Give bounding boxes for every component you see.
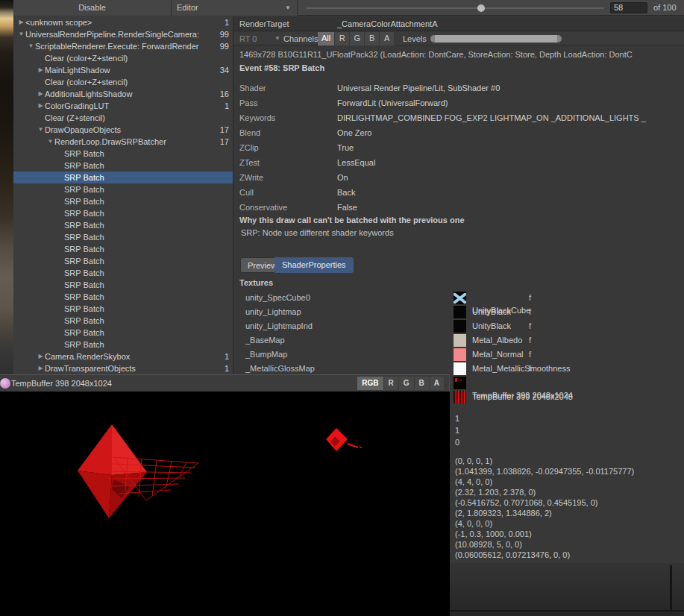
divider: [450, 610, 684, 612]
preview-channel-button-r[interactable]: R: [384, 377, 399, 390]
tree-row[interactable]: SRP Batch: [13, 183, 233, 195]
editor-background-area: [450, 563, 684, 616]
channel-button-b[interactable]: B: [365, 32, 380, 45]
chevron-right-icon[interactable]: ▶: [37, 100, 45, 112]
tree-row[interactable]: SRP Batch: [13, 219, 233, 231]
texture-property-name: _BumpMap: [245, 348, 287, 362]
levels-slider[interactable]: [430, 35, 562, 43]
tree-row[interactable]: ▶Camera.RenderSkybox1: [13, 351, 233, 362]
detail-label: Cull: [239, 185, 254, 200]
chevron-down-icon[interactable]: ▼: [37, 124, 45, 136]
texture-swatch-normal: [454, 348, 466, 361]
chevron-right-icon[interactable]: ▶: [17, 16, 25, 28]
tree-row[interactable]: ▶MainLightShadow34: [13, 64, 233, 76]
texture-swatch-white: [454, 362, 466, 375]
tree-row[interactable]: SRP Batch: [13, 339, 233, 351]
tree-row[interactable]: Clear (Z+stencil): [13, 112, 233, 124]
tree-row[interactable]: SRP Batch: [13, 327, 233, 339]
chevron-right-icon[interactable]: ▶: [37, 88, 45, 100]
texture-swatch-albedo: [454, 334, 466, 347]
tree-row[interactable]: ▼UniversalRenderPipeline.RenderSingleCam…: [13, 28, 233, 40]
textures-section-title: Textures: [239, 278, 273, 287]
texture-row[interactable]: unity_LightmapfUnityBlack: [233, 305, 684, 319]
tree-row[interactable]: SRP Batch: [13, 160, 233, 172]
tree-row[interactable]: SRP Batch: [13, 255, 233, 267]
tree-row-label: SRP Batch: [64, 257, 104, 265]
batching-reason-text: SRP: Node use different shader keywords: [241, 228, 394, 237]
chevron-down-icon[interactable]: ▼: [17, 28, 25, 40]
tree-row-selected[interactable]: SRP Batch: [13, 172, 233, 183]
texture-row[interactable]: _BumpMapfMetal_Normal: [233, 348, 684, 362]
channel-button-all[interactable]: All: [318, 32, 335, 45]
tree-row[interactable]: SRP Batch: [13, 291, 233, 303]
tree-row[interactable]: SRP Batch: [13, 231, 233, 243]
event-title: Event #58: SRP Batch: [239, 63, 324, 72]
detail-row-pass: PassForwardLit (UniversalForward): [233, 95, 684, 110]
tree-row-label: Clear (color+Z+stencil): [45, 54, 128, 63]
chevron-down-icon[interactable]: ▼: [27, 40, 35, 52]
tree-row-label: SRP Batch: [64, 245, 104, 254]
tree-row[interactable]: SRP Batch: [13, 207, 233, 219]
tree-row-count: 1: [225, 16, 229, 28]
tree-row-label: DrawTransparentObjects: [45, 364, 136, 373]
float-value: 1: [455, 412, 459, 424]
texture-swatch-black: [454, 306, 466, 318]
chevron-right-icon[interactable]: ▶: [37, 351, 45, 362]
tree-row-label: AdditionalLightsShadow: [45, 89, 132, 98]
frame-slider[interactable]: [306, 7, 604, 9]
tree-row-label: SRP Batch: [64, 161, 104, 170]
vector-value: (1.041399, 1.038826, -0.02947355, -0.011…: [455, 466, 634, 477]
tree-row[interactable]: ▶DrawTransparentObjects1: [13, 362, 233, 374]
chevron-right-icon[interactable]: ▶: [37, 64, 45, 76]
preview-channel-button-g[interactable]: G: [399, 377, 415, 390]
tree-row[interactable]: Clear (color+Z+stencil): [13, 52, 233, 64]
vector-value: (-0.5416752, 0.7071068, 0.4545195, 0): [455, 497, 634, 508]
tree-row[interactable]: ▼DrawOpaqueObjects17: [13, 124, 233, 136]
preview-canvas[interactable]: [0, 392, 450, 616]
tree-row[interactable]: SRP Batch: [13, 195, 233, 207]
texture-row[interactable]: _BaseMapfMetal_Albedo: [233, 333, 684, 348]
preview-channel-button-rgb[interactable]: RGB: [357, 377, 383, 390]
preview-channel-button-a[interactable]: A: [430, 377, 445, 390]
tree-row[interactable]: SRP Batch: [13, 267, 233, 279]
tree-row[interactable]: SRP Batch: [13, 303, 233, 315]
disable-button[interactable]: Disable: [13, 0, 172, 16]
detail-value: On: [337, 170, 682, 185]
target-dropdown[interactable]: Editor ▼: [172, 0, 298, 16]
texture-row[interactable]: unity_SpecCube0fUnityBlackCube: [233, 291, 684, 305]
channel-button-a[interactable]: A: [380, 32, 395, 45]
tree-row[interactable]: ▶<unknown scope>1: [13, 16, 233, 28]
frame-number-input[interactable]: 58: [610, 2, 647, 13]
detail-value: Back: [337, 185, 682, 200]
tree-row-label: SRP Batch: [64, 316, 104, 325]
rt-index-dropdown[interactable]: RT 0: [239, 32, 257, 45]
tree-row-count: 1: [225, 362, 229, 374]
texture-row[interactable]: unity_LightmapIndfUnityBlack: [233, 319, 684, 333]
tree-row[interactable]: ▶AdditionalLightsShadow16: [13, 88, 233, 100]
preview-header: TempBuffer 398 2048x1024 RGBRGBA: [0, 375, 449, 392]
tree-row[interactable]: Clear (color+Z+stencil): [13, 76, 233, 88]
texture-flag: f: [529, 305, 531, 319]
frame-slider-handle[interactable]: [477, 4, 485, 12]
chevron-right-icon[interactable]: ▶: [37, 362, 45, 374]
chevron-down-icon[interactable]: ▼: [46, 136, 54, 148]
tree-row[interactable]: ▼RenderLoop.DrawSRPBatcher17: [13, 136, 233, 148]
texture-flag: f: [529, 348, 531, 362]
texture-swatch-cube: [454, 292, 466, 304]
tree-row[interactable]: ▶ColorGradingLUT1: [13, 100, 233, 112]
channel-button-g[interactable]: G: [350, 32, 365, 45]
tree-row[interactable]: SRP Batch: [13, 148, 233, 160]
channel-button-r[interactable]: R: [335, 32, 350, 45]
divider: [670, 565, 672, 610]
vector-value: (10.08928, 5, 0, 0): [455, 539, 634, 550]
tree-row[interactable]: SRP Batch: [13, 315, 233, 327]
tab-shader-properties[interactable]: ShaderProperties: [274, 257, 354, 273]
tree-row[interactable]: ▼ScriptableRenderer.Execute: ForwardRend…: [13, 40, 233, 52]
tree-row[interactable]: SRP Batch: [13, 243, 233, 255]
texture-asset-name: Metal_MetallicSmoothness: [472, 362, 570, 376]
texture-flag: f: [529, 319, 531, 333]
detail-value: DIRLIGHTMAP_COMBINED FOG_EXP2 LIGHTMAP_O…: [337, 110, 682, 125]
tree-row[interactable]: SRP Batch: [13, 279, 233, 291]
channels-row: RT 0 ▼ Channels AllRGBA Levels: [233, 32, 684, 45]
preview-channel-button-b[interactable]: B: [415, 377, 430, 390]
